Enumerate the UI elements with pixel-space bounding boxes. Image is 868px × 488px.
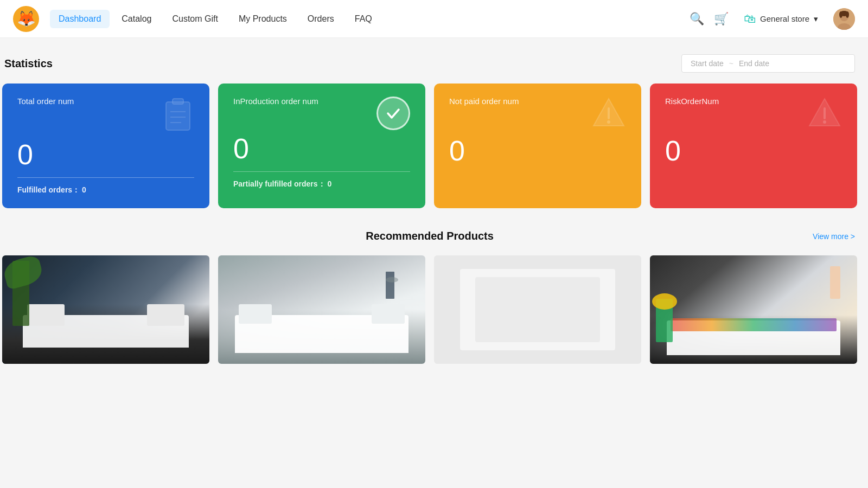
stat-card-top-notpaid: Not paid order num <box>449 97 626 132</box>
avatar[interactable] <box>833 8 855 30</box>
warning-svg-orange <box>591 97 626 128</box>
nav-orders[interactable]: Orders <box>299 10 343 28</box>
date-start[interactable]: Start date <box>691 59 724 68</box>
store-selector[interactable]: 🛍 General store ▾ <box>738 9 824 29</box>
stat-footer-value-inproduction: 0 <box>328 179 332 188</box>
stat-footer-label-total: Fulfilled orders： <box>17 185 80 194</box>
stat-card-top-total: Total order num <box>17 97 194 136</box>
nav-links: Dashboard Catalog Custom Gift My Product… <box>50 10 690 28</box>
stat-card-risk: RiskOrderNum 0 <box>650 84 857 208</box>
search-icon[interactable]: 🔍 <box>690 12 704 26</box>
cart-icon[interactable]: 🛒 <box>714 12 729 26</box>
stat-card-top-risk: RiskOrderNum <box>665 97 842 132</box>
nav-custom-gift[interactable]: Custom Gift <box>163 10 226 28</box>
stat-divider-total <box>17 177 194 178</box>
stat-num-risk: 0 <box>665 137 842 165</box>
stat-label-notpaid: Not paid order num <box>449 97 519 106</box>
stat-footer-total: Fulfilled orders： 0 <box>17 185 194 195</box>
stat-label-total: Total order num <box>17 97 74 106</box>
warning-icon-orange <box>591 97 626 132</box>
check-svg <box>384 104 403 123</box>
stat-divider-inproduction <box>233 171 410 172</box>
product-card-4[interactable] <box>650 255 857 364</box>
stats-header: Statistics Start date ~ End date <box>2 54 857 73</box>
warning-icon-red <box>807 97 842 132</box>
stats-title: Statistics <box>4 57 53 70</box>
stat-footer-label-inproduction: Partially fulfilled orders： <box>233 179 326 188</box>
svg-point-14 <box>823 120 826 124</box>
stat-footer-value-total: 0 <box>82 185 86 194</box>
navigation: 🦊 Dashboard Catalog Custom Gift My Produ… <box>0 0 868 38</box>
store-dropdown-icon: ▾ <box>814 14 818 24</box>
product-card-1[interactable] <box>2 255 209 364</box>
stat-card-inproduction: InProduction order num 0 Partially fulfi… <box>218 84 425 208</box>
svg-point-5 <box>846 11 849 18</box>
clipboard-svg <box>162 97 194 132</box>
svg-point-12 <box>607 120 610 124</box>
nav-dashboard[interactable]: Dashboard <box>50 10 110 28</box>
stat-label-risk: RiskOrderNum <box>665 97 719 106</box>
stats-cards: Total order num 0 Fulfilled orders： 0 <box>2 84 857 208</box>
recommended-title: Recommended Products <box>288 230 572 242</box>
recommended-header: Recommended Products View more > <box>2 230 857 242</box>
user-avatar-svg <box>833 8 855 30</box>
clipboard-icon <box>162 97 194 136</box>
stat-card-top-inproduction: InProduction order num <box>233 97 410 130</box>
nav-faq[interactable]: FAQ <box>346 10 381 28</box>
stat-card-notpaid: Not paid order num 0 <box>434 84 641 208</box>
date-range-picker[interactable]: Start date ~ End date <box>681 54 855 73</box>
nav-my-products[interactable]: My Products <box>230 10 296 28</box>
product-card-3[interactable] <box>434 255 641 364</box>
check-circle-icon <box>376 97 410 130</box>
main-content: Statistics Start date ~ End date Total o… <box>0 38 868 375</box>
stat-label-inproduction: InProduction order num <box>233 97 318 106</box>
product-grid <box>2 255 857 364</box>
stat-num-inproduction: 0 <box>233 134 410 163</box>
nav-right: 🔍 🛒 🛍 General store ▾ <box>690 8 855 30</box>
svg-rect-7 <box>173 99 183 104</box>
product-card-2[interactable] <box>218 255 425 364</box>
stat-footer-inproduction: Partially fulfilled orders： 0 <box>233 179 410 189</box>
nav-catalog[interactable]: Catalog <box>113 10 160 28</box>
stat-num-total: 0 <box>17 140 194 169</box>
stat-card-total: Total order num 0 Fulfilled orders： 0 <box>2 84 209 208</box>
svg-rect-6 <box>166 102 190 130</box>
svg-point-4 <box>839 11 843 18</box>
store-bag-icon: 🛍 <box>744 12 756 26</box>
view-more-link[interactable]: View more > <box>813 232 855 241</box>
date-separator: ~ <box>729 59 733 68</box>
warning-svg-red <box>807 97 842 128</box>
logo[interactable]: 🦊 <box>13 6 39 32</box>
date-end[interactable]: End date <box>739 59 769 68</box>
stat-num-notpaid: 0 <box>449 137 626 165</box>
store-name: General store <box>760 14 809 23</box>
